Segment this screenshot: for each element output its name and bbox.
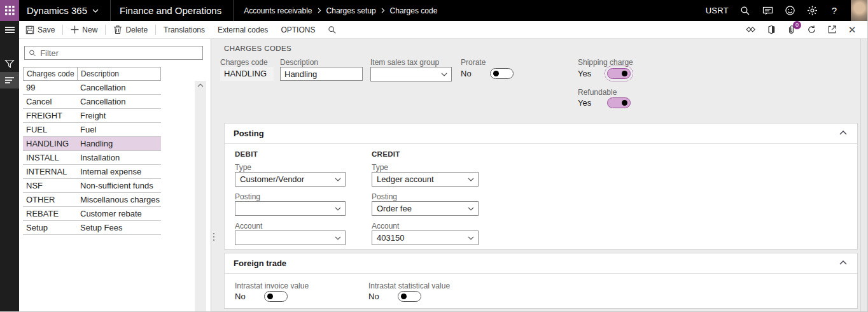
table-row[interactable]: 99Cancellation: [23, 81, 161, 95]
page-scrollbar[interactable]: [860, 39, 867, 311]
collapse-chevron-icon[interactable]: [839, 260, 847, 265]
column-header-description[interactable]: Description: [78, 67, 160, 80]
close-page-button[interactable]: ✕: [846, 24, 858, 36]
intrastat-invoice-value-toggle[interactable]: [264, 291, 288, 302]
search-icon: [740, 6, 750, 16]
toolbar-right-icons: 0 ✕: [745, 24, 868, 36]
translations-label: Translations: [164, 25, 205, 34]
feedback-button[interactable]: [784, 5, 795, 17]
row-charges-code: Cancel: [23, 95, 77, 108]
save-button[interactable]: Save: [19, 21, 61, 38]
splitter-grip: [211, 231, 216, 243]
table-row[interactable]: CancelCancellation: [23, 95, 161, 109]
app-switcher[interactable]: Dynamics 365: [19, 0, 110, 21]
scroll-up-arrow[interactable]: [195, 81, 206, 87]
table-row[interactable]: INSTALLInstallation: [23, 151, 161, 165]
table-row[interactable]: FUELFuel: [23, 123, 161, 137]
list-filter[interactable]: [24, 46, 203, 60]
debit-posting-dropdown[interactable]: [235, 201, 346, 216]
delete-button[interactable]: Delete: [107, 21, 154, 38]
charges-table-body: 99CancellationCancelCancellationFREIGHTF…: [23, 81, 161, 235]
item-sales-tax-group-label: Item sales tax group: [370, 58, 439, 67]
delete-label: Delete: [125, 25, 148, 34]
plus-icon: [71, 25, 79, 34]
credit-account-dropdown[interactable]: 403150: [372, 230, 479, 245]
search-button[interactable]: [739, 5, 751, 17]
debit-type-label: Type: [235, 163, 251, 172]
row-description: Setup Fees: [77, 221, 161, 234]
attachments-button[interactable]: 0: [785, 24, 797, 36]
sidebar-list-view-button[interactable]: [0, 72, 19, 89]
nav-hamburger-button[interactable]: [0, 21, 19, 39]
panel-splitter[interactable]: [211, 39, 216, 312]
related-info-button[interactable]: [745, 24, 756, 36]
collapse-chevron-icon[interactable]: [839, 131, 847, 135]
prorate-value: No: [461, 69, 472, 78]
charges-code-label: Charges code: [220, 58, 268, 67]
company-selector[interactable]: USRT: [706, 6, 729, 15]
table-row[interactable]: OTHERMiscellanous charges: [23, 193, 161, 207]
credit-type-label: Type: [372, 163, 388, 172]
debit-type-dropdown[interactable]: Customer/Vendor: [235, 172, 346, 187]
table-row[interactable]: FREIGHTFreight: [23, 109, 161, 123]
credit-account-label: Account: [372, 222, 399, 230]
credit-posting-dropdown[interactable]: Order fee: [372, 201, 479, 216]
credit-type-dropdown[interactable]: Ledger account: [372, 172, 479, 187]
breadcrumb-page[interactable]: Charges code: [390, 6, 438, 15]
breadcrumb-section[interactable]: Charges setup: [326, 6, 376, 15]
posting-section: Posting DEBIT CREDIT Type Customer/Vendo…: [224, 123, 858, 250]
toolbar-separator: [155, 25, 156, 35]
chevron-down-icon: [441, 73, 447, 76]
user-avatar[interactable]: [851, 0, 868, 21]
prorate-toggle[interactable]: [490, 68, 514, 79]
item-sales-tax-group-dropdown[interactable]: [370, 67, 452, 82]
open-in-new-window-button[interactable]: [826, 24, 837, 36]
table-row[interactable]: HANDLINGHandling: [23, 137, 161, 151]
filter-input[interactable]: [40, 48, 199, 58]
credit-posting-label: Posting: [372, 192, 397, 201]
row-charges-code: REBATE: [23, 207, 77, 220]
chevron-down-icon: [92, 9, 99, 13]
sidebar-filter-button[interactable]: [0, 55, 19, 72]
intrastat-statistical-value-toggle[interactable]: [398, 291, 421, 302]
row-description: Non-sufficient funds: [77, 179, 161, 192]
settings-button[interactable]: [806, 5, 818, 17]
table-row[interactable]: SetupSetup Fees: [23, 221, 161, 235]
refresh-button[interactable]: [806, 24, 817, 36]
waffle-menu-button[interactable]: [0, 0, 19, 21]
posting-section-header[interactable]: Posting: [225, 124, 857, 144]
help-button[interactable]: ?: [829, 5, 840, 17]
debit-account-dropdown[interactable]: [235, 230, 346, 245]
toolbar-separator: [62, 25, 63, 35]
hamburger-icon: [5, 25, 15, 34]
options-label: OPTIONS: [281, 25, 315, 34]
table-row[interactable]: REBATECustomer rebate: [23, 207, 161, 221]
breadcrumb-module[interactable]: Accounts receivable: [244, 6, 312, 15]
table-row[interactable]: NSFNon-sufficient funds: [23, 179, 161, 193]
external-codes-button[interactable]: External codes: [211, 21, 274, 38]
external-codes-label: External codes: [218, 25, 268, 34]
new-label: New: [82, 25, 97, 34]
product-name: Finance and Operations: [111, 5, 233, 16]
row-description: Freight: [77, 109, 161, 122]
toggle-knob: [267, 294, 273, 299]
chevron-down-icon: [335, 207, 341, 211]
refundable-toggle[interactable]: [607, 97, 631, 108]
new-button[interactable]: New: [64, 21, 104, 38]
messages-button[interactable]: [762, 5, 773, 17]
toolbar-search-button[interactable]: [321, 21, 343, 38]
table-row[interactable]: INTERNALInternal expense: [23, 165, 161, 179]
row-description: Customer rebate: [77, 207, 161, 220]
shipping-charge-toggle[interactable]: [607, 68, 631, 79]
column-header-charges-code[interactable]: Charges code: [24, 67, 78, 80]
app-window: Dynamics 365 Finance and Operations Acco…: [0, 0, 868, 312]
list-scrollbar[interactable]: [195, 81, 206, 312]
search-icon: [29, 49, 36, 57]
description-field[interactable]: [280, 67, 363, 81]
foreign-trade-section-header[interactable]: Foreign trade: [225, 253, 857, 274]
intrastat-statistical-value-label: Intrastat statistical value: [368, 281, 450, 290]
translations-button[interactable]: Translations: [157, 21, 211, 38]
options-menu[interactable]: OPTIONS: [274, 21, 321, 38]
open-in-office-button[interactable]: [765, 24, 776, 36]
debit-heading: DEBIT: [235, 150, 258, 158]
